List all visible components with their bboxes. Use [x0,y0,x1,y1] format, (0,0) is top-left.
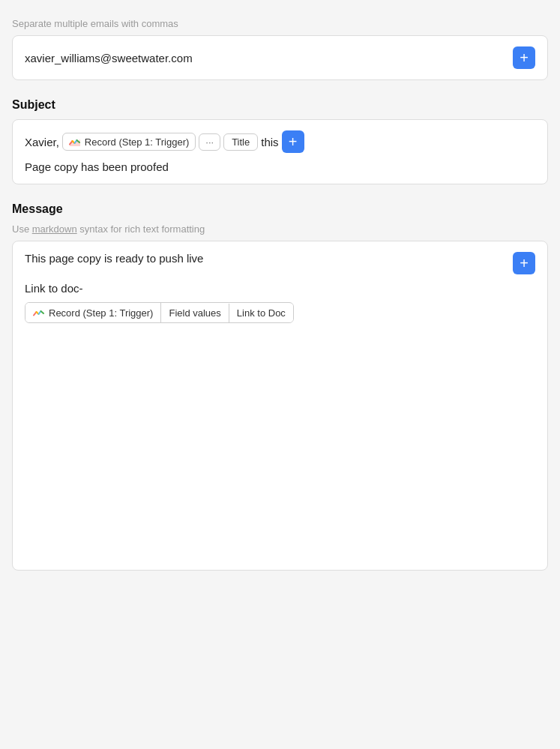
record-token-group[interactable]: Record (Step 1: Trigger) Field values Li… [25,302,294,323]
subject-suffix: this [261,136,278,148]
message-link-prefix: Link to doc- [25,282,535,295]
message-add-button[interactable]: + [513,252,535,274]
subject-add-button[interactable]: + [282,130,304,153]
subject-second-line: Page copy has been proofed [25,160,535,173]
message-top-row: This page copy is ready to push live + [25,252,535,274]
email-value: xavier_williams@sweetwater.com [25,52,193,64]
subject-container: Xavier, Record (Step 1: Trigger) ··· Tit… [12,119,548,184]
subject-prefix: Xavier, [25,136,59,148]
subject-label: Subject [12,98,548,112]
markdown-link[interactable]: markdown [32,223,77,235]
link-to-doc-token[interactable]: Link to Doc [229,304,293,322]
email-add-button[interactable]: + [513,46,535,69]
message-main-text: This page copy is ready to push live [25,252,513,265]
message-hint: Use markdown syntax for rich text format… [12,223,548,235]
clickup-icon-message [33,307,45,319]
record-token-subject[interactable]: Record (Step 1: Trigger) [62,133,196,151]
subject-line: Xavier, Record (Step 1: Trigger) ··· Tit… [25,130,535,153]
clickup-icon-subject [69,136,81,148]
email-field-row: xavier_williams@sweetwater.com + [12,35,548,80]
record-token-subject-label: Record (Step 1: Trigger) [85,136,189,148]
field-values-token[interactable]: Field values [161,304,229,322]
message-label: Message [12,202,548,216]
record-token-segment[interactable]: Record (Step 1: Trigger) [25,303,161,322]
token-dots-subject[interactable]: ··· [199,133,220,151]
record-token-row: Record (Step 1: Trigger) Field values Li… [25,302,535,323]
email-hint: Separate multiple emails with commas [12,18,548,29]
token-title-subject[interactable]: Title [223,133,258,151]
record-token-label: Record (Step 1: Trigger) [49,307,153,319]
message-container: This page copy is ready to push live + L… [12,241,548,571]
